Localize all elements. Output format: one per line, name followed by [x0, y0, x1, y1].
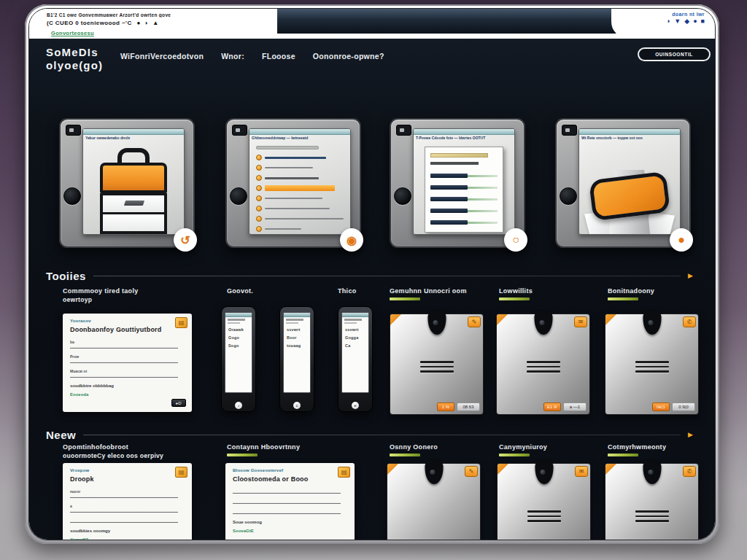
- card-badge-swirl-icon[interactable]: ↺: [174, 228, 197, 252]
- grad-corner-badge-icon: ✎: [465, 466, 478, 477]
- phone-screen: ssvwrt Gogga Ca: [341, 312, 369, 393]
- phone-home-button[interactable]: ›: [235, 402, 242, 409]
- label-underline: [499, 454, 530, 456]
- card-connector-hole: [394, 187, 411, 205]
- pin-icon: [534, 310, 552, 335]
- phone-home-button[interactable]: e: [352, 402, 359, 409]
- card-badge-disc-icon[interactable]: ●: [670, 228, 693, 252]
- form-corner-badge-icon: ▤: [175, 317, 187, 328]
- mini-window-titlebar: [83, 129, 184, 135]
- address-icon-3[interactable]: ▲: [152, 20, 158, 26]
- menu-lines-icon: [635, 508, 669, 525]
- new-label-3: Osnny Oonero: [390, 443, 438, 456]
- chrome-right-links[interactable]: doarn nt lwr: [624, 12, 705, 17]
- thumbnail-new-form-1[interactable]: ▤ Vroxpow Droopk nuoor a soudbbies ooomg…: [63, 463, 192, 540]
- form-link[interactable]: SoovaGtE: [233, 529, 347, 533]
- card-chip-icon: [232, 125, 247, 136]
- browser-chrome: B1'2 C1 owe Gonvemmuawer Arzort'd owrten…: [29, 9, 715, 39]
- mini-window-titlebar: [249, 129, 350, 135]
- menu-lines-icon: [527, 508, 561, 525]
- label-underline: [390, 454, 420, 456]
- new-title: Neew: [46, 429, 76, 441]
- grad-gray-button[interactable]: 0 9(0: [672, 402, 695, 411]
- featured-card-pedestal[interactable]: Wt Rete onoctorb — toppw oot ooo ●: [555, 118, 691, 248]
- nav-item-1[interactable]: WiFonriVercoedotvon: [120, 52, 204, 61]
- form-input-line: [233, 489, 341, 494]
- toolbar-icon-2[interactable]: ▼: [674, 18, 681, 25]
- form-input-line: [70, 344, 178, 349]
- themes-label-4: Gemuhnn Unnocri oom: [390, 287, 467, 300]
- form-corner-badge-icon: ▤: [175, 467, 187, 478]
- nav-item-2[interactable]: Wnor:: [221, 52, 244, 61]
- phone-home-button[interactable]: c: [293, 402, 301, 409]
- form-link[interactable]: Yowudf?: [70, 537, 185, 540]
- nav-item-3[interactable]: FLooose: [262, 52, 295, 61]
- section-arrow-icon[interactable]: ▶: [688, 273, 693, 279]
- form-submit-button[interactable]: ▸D: [171, 399, 186, 407]
- thumbnail-grad-card-1[interactable]: ✎ 1 % 08 63: [390, 314, 484, 415]
- header-action-button[interactable]: OUINSOONTIL: [638, 47, 711, 61]
- card-badge-ring-icon[interactable]: ◉: [340, 228, 363, 252]
- card-badge-ellipse-icon[interactable]: ○: [504, 228, 527, 252]
- folded-corner: [387, 464, 398, 475]
- thumbnail-grad-card-2[interactable]: ✉ E1 9! a —1: [496, 314, 590, 415]
- thumbnail-grad-card-4[interactable]: ✎ 8 (6) 0171: [387, 463, 481, 540]
- featured-card-report[interactable]: T-Povwe Cdoode foto — Idwrtes OOTUT ○: [390, 118, 525, 248]
- thumbnail-phone-1[interactable]: Oraawk Gogo Sogo ›: [221, 306, 256, 412]
- toolbar-icon-3[interactable]: ◆: [684, 18, 689, 25]
- thumbnail-new-form-2[interactable]: ▤ Blooow Gooseovmrvef Cloostoomeda or Bo…: [225, 463, 355, 540]
- card-chip-icon: [562, 125, 577, 136]
- toolbar-icon-5[interactable]: ■: [701, 18, 705, 25]
- browser-green-link[interactable]: Gonvorteosesu: [51, 30, 94, 36]
- folded-corner: [498, 464, 508, 475]
- section-new-header: Neew ▶: [46, 429, 693, 441]
- thumbnail-phone-2[interactable]: ssvwrt Boor touaag c: [279, 306, 314, 412]
- section-arrow-icon[interactable]: ▶: [688, 432, 693, 438]
- new-label-5: Cotmyrhwmeonty: [608, 443, 666, 456]
- grad-corner-badge-icon: ✆: [683, 316, 696, 327]
- section-themes-header: Tooiies ▶: [46, 270, 693, 282]
- thumbnail-phone-3[interactable]: ssvwrt Gogga Ca e: [338, 306, 373, 412]
- toolbar-icon-4[interactable]: ●: [693, 18, 697, 25]
- form-input-line: [70, 359, 178, 363]
- thumbnail-grad-card-3[interactable]: ✆ №(1 0 9(0: [605, 314, 699, 415]
- address-bar[interactable]: (C CUEO 0 toeniewoood ~'C ● ◗ ▲: [47, 20, 158, 26]
- form-link[interactable]: Eooeoda: [70, 392, 185, 397]
- toolbar-icon-1[interactable]: ◗: [667, 18, 670, 25]
- phone-screen: ssvwrt Boor touaag: [283, 312, 311, 393]
- address-icon-2[interactable]: ◗: [144, 20, 148, 26]
- address-icon-1[interactable]: ●: [137, 20, 141, 26]
- grad-corner-badge-icon: ✎: [468, 316, 481, 327]
- thumbnail-grad-card-6[interactable]: ✆ 9 73 (M. Awa: [605, 463, 699, 540]
- featured-card-storage[interactable]: Yabur owwedenabo dnolv ↺: [59, 118, 195, 248]
- pin-icon: [643, 459, 661, 484]
- card-screenshot: Yabur owwedenabo dnolv: [82, 128, 185, 235]
- grad-orange-button[interactable]: E1 9!: [543, 402, 561, 411]
- app-logo: SoMeDIs olyoe(go): [46, 46, 103, 72]
- page-content: SoMeDIs olyoe(go) WiFonriVercoedotvon Wn…: [29, 39, 715, 540]
- label-underline: [608, 298, 638, 300]
- thumbnail-theme-form[interactable]: ▤ Yooraoov Doonbaonfoy Gouttiyutbord ba …: [63, 314, 192, 412]
- mini-window-title: Gfdiwooneddotwap — Iwtneeatd: [249, 135, 350, 141]
- nav-item-4[interactable]: Oononroe-opwne?: [313, 52, 384, 61]
- featured-card-checklist[interactable]: Gfdiwooneddotwap — Iwtneeatd: [225, 118, 361, 248]
- browser-tab-title[interactable]: B1'2 C1 owe Gonvemmuawer Arzort'd owrten…: [47, 12, 266, 18]
- menu-lines-icon: [635, 358, 669, 376]
- themes-label-1: Commmooy tired taoly oewrtoyp: [63, 287, 139, 303]
- grad-gray-button[interactable]: a —1: [563, 402, 587, 411]
- mini-window-title: Wt Rete onoctorb — toppw oot ooo: [579, 135, 680, 141]
- grad-orange-button[interactable]: 1 %: [437, 402, 454, 411]
- card-screenshot: T-Povwe Cdoode foto — Idwrtes OOTUT: [413, 128, 515, 235]
- new-label-1: Opomtinhofoobroot ouoormoteCy eleco oos …: [63, 443, 163, 459]
- thumbnail-grad-card-5[interactable]: ✉ M: 91 1 —1: [497, 463, 591, 540]
- address-text[interactable]: (C CUEO 0 toeniewoood ~'C: [47, 20, 132, 26]
- grad-corner-badge-icon: ✉: [574, 316, 587, 327]
- grad-corner-badge-icon: ✆: [683, 466, 696, 477]
- card-chip-icon: [66, 125, 81, 136]
- themes-label-6: Bonitnadoony: [608, 287, 654, 300]
- new-label-4: Canymyniuroy: [499, 443, 547, 456]
- grad-gray-button[interactable]: 08 63: [457, 402, 480, 411]
- pin-icon: [427, 310, 446, 335]
- grad-orange-button[interactable]: №(1: [652, 402, 670, 411]
- form-input-line: [70, 508, 178, 513]
